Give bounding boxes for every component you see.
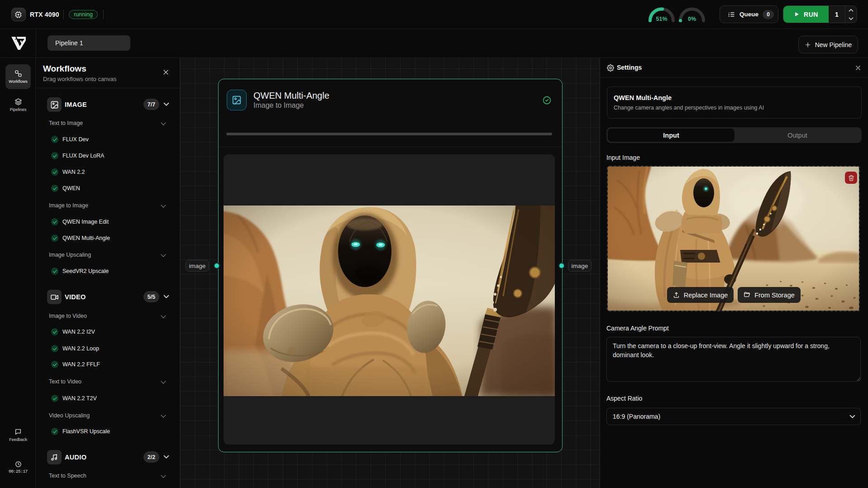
svg-text:0%: 0% <box>688 16 696 22</box>
svg-text:51%: 51% <box>656 16 667 22</box>
